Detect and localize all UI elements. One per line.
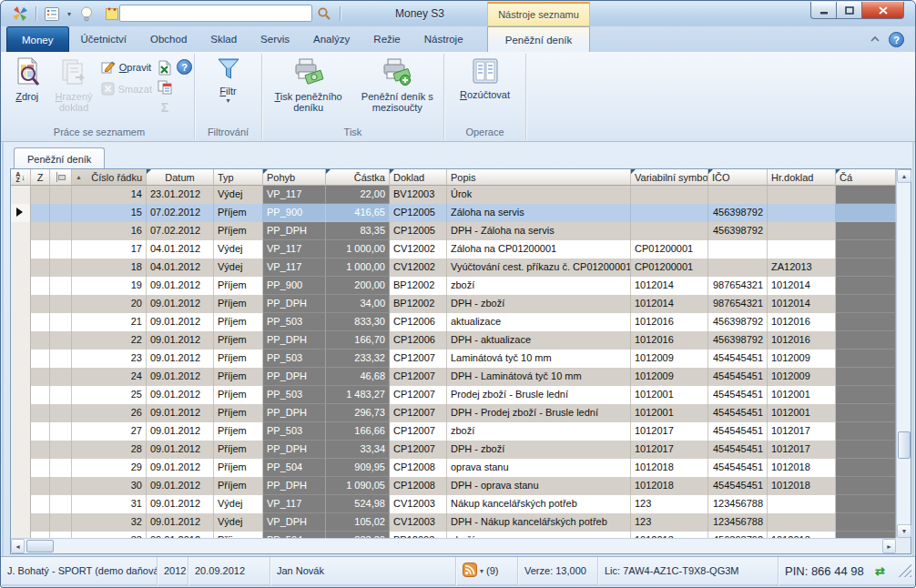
column-header-sel[interactable]: AZ↓: [11, 169, 31, 186]
journal-row-21[interactable]: 2109.01.2012PříjemPP_503833,30CP12006akt…: [11, 313, 896, 331]
cell-typ: Výdej: [214, 259, 263, 277]
status-year[interactable]: 2012: [158, 557, 188, 585]
column-header-vs[interactable]: Variabilní symbol: [631, 169, 708, 186]
cell-flag: [50, 331, 72, 350]
rozuctovat-button[interactable]: Rozúčtovat: [449, 56, 522, 125]
rss-icon[interactable]: [463, 563, 477, 579]
scroll-left-icon[interactable]: ◄: [11, 539, 25, 553]
status-agenda[interactable]: J. Bohatý - SPORT (demo daňová evid: [1, 557, 158, 585]
ribbon-help-button[interactable]: ?: [177, 59, 192, 75]
column-header-ca[interactable]: Čá: [836, 169, 896, 186]
maximize-button[interactable]: [837, 2, 862, 19]
journal-row-29[interactable]: 2909.01.2012PříjemPP_504909,95CP12008opr…: [11, 459, 896, 477]
journal-row-27[interactable]: 2709.01.2012PříjemPP_503166,66CP12007zbo…: [11, 422, 896, 441]
list-tab-penezni-denik[interactable]: Peněžní deník: [14, 147, 105, 169]
search-icon[interactable]: [317, 6, 331, 23]
status-user[interactable]: Jan Novák: [270, 557, 456, 585]
list-settings-dropdown-icon[interactable]: ▾: [67, 10, 71, 18]
cell-datum: 09.01.2012: [147, 277, 214, 295]
lightbulb-icon[interactable]: [76, 5, 97, 23]
cell-hrdoklad: [768, 222, 836, 240]
status-version: Verze: 13,000: [518, 557, 598, 585]
column-header-typ[interactable]: Typ: [214, 169, 263, 186]
tab-money[interactable]: Money: [6, 26, 69, 52]
column-header-castka[interactable]: Částka: [326, 169, 390, 186]
filtr-button[interactable]: Filtr ▾: [201, 56, 256, 125]
search-input[interactable]: [119, 5, 312, 22]
column-header-ico[interactable]: IČO: [708, 169, 768, 186]
column-label-num: Číslo řádku: [85, 172, 142, 183]
scroll-right-icon[interactable]: ►: [882, 539, 896, 553]
export-excel-button[interactable]: [157, 59, 173, 76]
journal-row-18[interactable]: 1804.01.2012VýdejVP_1171 000,00CV12002Vy…: [11, 259, 896, 277]
status-date[interactable]: 20.09.2012: [188, 557, 270, 585]
tab-servis[interactable]: Servis: [249, 26, 301, 52]
cell-z: [31, 441, 50, 459]
cell-doklad: CV12003: [390, 495, 447, 513]
zdroj-button[interactable]: Zdroj: [5, 56, 50, 125]
column-header-datum[interactable]: Datum: [147, 169, 214, 186]
journal-row-28[interactable]: 2809.01.2012PříjemPP_DPH33,34CP12007DPH …: [11, 441, 896, 459]
cell-flag: [50, 532, 72, 538]
sum-button[interactable]: Σ: [157, 99, 173, 116]
column-header-hrdoklad[interactable]: Hr.doklad: [768, 169, 836, 186]
column-header-doklad[interactable]: Doklad: [390, 169, 447, 186]
journal-row-19[interactable]: 1909.01.2012PříjemPP_900200,00BP12002zbo…: [11, 277, 896, 295]
cell-doklad: CV12003: [390, 513, 447, 532]
tab-penezni-denik[interactable]: Peněžní deník: [487, 26, 590, 52]
horizontal-scroll-thumb[interactable]: [26, 540, 54, 553]
money-logo-icon[interactable]: [10, 5, 30, 23]
list-settings-icon[interactable]: [42, 5, 62, 23]
column-header-z[interactable]: Z: [31, 169, 50, 186]
cell-flag: [50, 477, 72, 495]
tab-nastroje[interactable]: Nástroje: [412, 26, 475, 52]
rss-dropdown-icon[interactable]: ▾: [480, 567, 483, 575]
vertical-scroll-thumb[interactable]: [898, 431, 911, 459]
smazat-button[interactable]: Smazat: [98, 81, 155, 97]
vertical-scrollbar[interactable]: ▲ ▼: [896, 169, 911, 538]
help-button[interactable]: ?: [889, 32, 904, 47]
tisk-penezniho-deniku-button[interactable]: Tisk peněžního deníku: [266, 56, 351, 125]
tab-obchod[interactable]: Obchod: [138, 26, 198, 52]
denik-mezisoucty-button[interactable]: Peněžní deník s mezisoučty: [354, 56, 440, 125]
tab-rezie[interactable]: Režie: [361, 26, 412, 52]
resize-grip[interactable]: [899, 564, 911, 577]
journal-row-23[interactable]: 2309.01.2012PříjemPP_503233,32CP12007Lam…: [11, 350, 896, 368]
journal-row-22[interactable]: 2209.01.2012PříjemPP_DPH166,70CP12006DPH…: [11, 331, 896, 350]
horizontal-scrollbar[interactable]: ◄ ►: [11, 538, 896, 553]
copy-special-button[interactable]: [157, 79, 173, 96]
tab-ucetnictvi[interactable]: Účetnictví: [69, 26, 139, 52]
journal-row-14[interactable]: 1423.01.2012VýdejVP_11722,00BV12003Úrok: [11, 186, 896, 204]
column-header-flag[interactable]: [50, 169, 72, 186]
cell-num: 24: [72, 368, 147, 386]
sync-icon[interactable]: ⇄: [873, 557, 897, 585]
minimize-button[interactable]: [810, 2, 837, 19]
scroll-up-icon[interactable]: ▲: [897, 169, 911, 183]
journal-row-31[interactable]: 3109.01.2012VýdejVP_117524,98CV12003Náku…: [11, 495, 896, 513]
journal-row-26[interactable]: 2609.01.2012PříjemPP_DPH296,73CP12007DPH…: [11, 404, 896, 422]
cell-popis: Úrok: [447, 186, 631, 204]
journal-row-24[interactable]: 2409.01.2012PříjemPP_DPH46,68CP12007DPH …: [11, 368, 896, 386]
journal-row-16[interactable]: 1607.02.2012PříjemPP_DPH83,35CP12005DPH …: [11, 222, 896, 240]
journal-row-30[interactable]: 3009.01.2012PříjemPP_DPH1 090,05CP12008D…: [11, 477, 896, 495]
ribbon-collapse-icon[interactable]: [869, 34, 881, 46]
cell-num: 30: [72, 477, 147, 495]
column-header-popis[interactable]: Popis: [447, 169, 631, 186]
column-header-pohyb[interactable]: Pohyb: [263, 169, 326, 186]
journal-row-17[interactable]: 1704.01.2012VýdejVP_1171 000,00CV12002Zá…: [11, 240, 896, 259]
scroll-down-icon[interactable]: ▼: [897, 524, 911, 538]
journal-row-33[interactable]: 3309.01.2012PříjemPP_504833,30BP12003zbo…: [11, 532, 896, 538]
tab-sklad[interactable]: Sklad: [198, 26, 249, 52]
opravit-button[interactable]: Opravit: [98, 59, 155, 76]
tab-analyzy[interactable]: Analýzy: [301, 26, 361, 52]
close-button[interactable]: [862, 2, 904, 19]
cell-pohyb: VP_DPH: [263, 513, 326, 532]
journal-row-15[interactable]: 1507.02.2012PříjemPP_900416,65CP12005Zál…: [11, 204, 896, 222]
journal-row-32[interactable]: 3209.01.2012VýdejVP_DPH105,02CV12003DPH …: [11, 513, 896, 532]
cell-ca: [836, 386, 896, 404]
hrazeny-doklad-button[interactable]: Hrazený doklad: [50, 56, 98, 125]
column-header-num[interactable]: ▲Číslo řádku: [72, 169, 147, 186]
journal-row-20[interactable]: 2009.01.2012PříjemPP_DPH34,00BP12002DPH …: [11, 295, 896, 313]
group-label: Práce se seznamem: [5, 127, 194, 137]
journal-row-25[interactable]: 2509.01.2012PříjemPP_5031 483,27CP12007P…: [11, 386, 896, 404]
